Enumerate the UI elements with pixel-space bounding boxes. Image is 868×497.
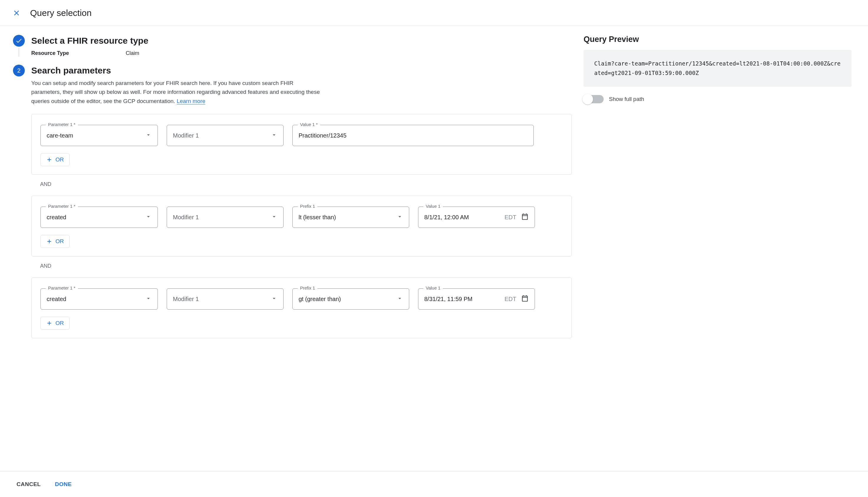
step2-indicator-column: 2 xyxy=(11,65,27,77)
or-button-label: OR xyxy=(56,320,64,326)
prefix-label: Prefix 1 xyxy=(298,204,317,209)
cancel-button[interactable]: CANCEL xyxy=(16,481,41,487)
chevron-down-icon xyxy=(271,132,277,140)
step2-description: You can setup and modify search paramete… xyxy=(31,79,320,106)
done-button[interactable]: DONE xyxy=(55,481,72,487)
query-preview-text: Claim?care-team=Practitioner/12345&creat… xyxy=(583,50,852,87)
param-group-2: Parameter 1 * created Modifier 1 xyxy=(31,196,572,256)
datetime-value: 8/1/21, 12:00 AM xyxy=(424,214,500,221)
timezone-label: EDT xyxy=(505,214,516,221)
step1-indicator-column xyxy=(11,35,27,57)
chevron-down-icon xyxy=(396,295,403,303)
resource-type-value: Claim xyxy=(126,50,139,56)
query-preview-title: Query Preview xyxy=(583,35,852,44)
param-group-1: Parameter 1 * care-team Modifier 1 xyxy=(31,114,572,175)
add-or-button[interactable]: OR xyxy=(40,153,70,166)
step1-title: Select a FHIR resource type xyxy=(31,35,572,47)
plus-icon xyxy=(46,238,53,245)
parameter-label: Parameter 1 * xyxy=(46,122,78,127)
prefix-select[interactable]: lt (lesser than) xyxy=(292,207,409,228)
plus-icon xyxy=(46,320,53,326)
prefix-value: gt (greater than) xyxy=(299,296,341,302)
and-separator: AND xyxy=(40,263,572,269)
step2-active-indicator: 2 xyxy=(13,65,25,76)
step2-title: Search parameters xyxy=(31,65,572,76)
datetime-value: 8/31/21, 11:59 PM xyxy=(424,296,500,302)
header: Query selection xyxy=(0,0,868,26)
plus-icon xyxy=(46,156,53,163)
chevron-down-icon xyxy=(271,213,277,221)
modifier-select[interactable]: Modifier 1 xyxy=(167,125,284,146)
resource-type-label: Resource Type xyxy=(31,50,126,56)
calendar-icon xyxy=(521,295,529,304)
show-full-path-label: Show full path xyxy=(609,96,644,102)
parameter-label: Parameter 1 * xyxy=(46,204,78,209)
step-connector xyxy=(18,48,19,57)
prefix-label: Prefix 1 xyxy=(298,285,317,290)
value-label: Value 1 xyxy=(423,285,443,290)
value-label: Value 1 xyxy=(423,204,443,209)
step1-complete-indicator xyxy=(13,35,25,47)
close-button[interactable] xyxy=(10,6,23,19)
and-separator: AND xyxy=(40,181,572,187)
modifier-placeholder: Modifier 1 xyxy=(173,296,199,302)
parameter-label: Parameter 1 * xyxy=(46,285,78,290)
page-title: Query selection xyxy=(30,8,91,18)
close-icon xyxy=(12,9,21,17)
or-button-label: OR xyxy=(56,156,64,163)
show-full-path-toggle[interactable] xyxy=(583,95,604,103)
modifier-placeholder: Modifier 1 xyxy=(173,132,199,139)
value-label: Value 1 * xyxy=(298,122,320,127)
datetime-input[interactable]: 8/1/21, 12:00 AM EDT xyxy=(418,207,535,228)
parameter-value: care-team xyxy=(47,132,73,139)
parameter-select[interactable]: care-team xyxy=(40,125,158,146)
check-icon xyxy=(15,37,23,44)
parameter-value: created xyxy=(47,214,67,221)
chevron-down-icon xyxy=(145,295,151,303)
modifier-placeholder: Modifier 1 xyxy=(173,214,199,221)
chevron-down-icon xyxy=(145,132,151,140)
datetime-input[interactable]: 8/31/21, 11:59 PM EDT xyxy=(418,288,535,310)
parameter-select[interactable]: created xyxy=(40,288,158,310)
parameter-select[interactable]: created xyxy=(40,207,158,228)
chevron-down-icon xyxy=(396,213,403,221)
add-or-button[interactable]: OR xyxy=(40,317,70,330)
toggle-knob xyxy=(582,94,593,104)
or-button-label: OR xyxy=(56,238,64,245)
chevron-down-icon xyxy=(271,295,277,303)
calendar-icon xyxy=(521,213,529,222)
param-group-3: Parameter 1 * created Modifier 1 xyxy=(31,278,572,338)
add-or-button[interactable]: OR xyxy=(40,235,70,248)
prefix-select[interactable]: gt (greater than) xyxy=(292,288,409,310)
value-input[interactable] xyxy=(292,125,534,146)
parameter-value: created xyxy=(47,296,67,302)
modifier-select[interactable]: Modifier 1 xyxy=(167,288,284,310)
learn-more-link[interactable]: Learn more xyxy=(177,98,205,104)
timezone-label: EDT xyxy=(505,296,516,302)
prefix-value: lt (lesser than) xyxy=(299,214,336,221)
step2-description-text: You can setup and modify search paramete… xyxy=(31,80,320,104)
footer: CANCEL DONE xyxy=(0,471,868,497)
chevron-down-icon xyxy=(145,213,151,221)
modifier-select[interactable]: Modifier 1 xyxy=(167,207,284,228)
